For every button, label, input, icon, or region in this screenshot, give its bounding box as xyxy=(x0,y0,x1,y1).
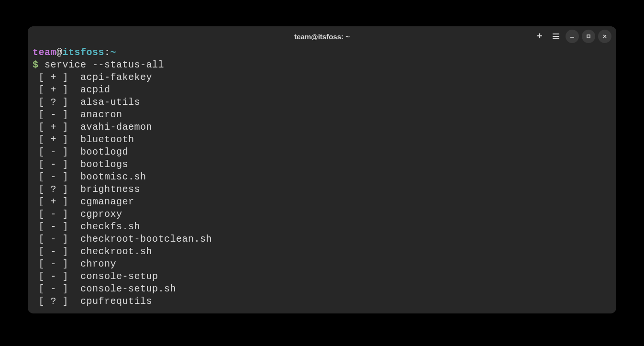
terminal-window: team@itsfoss: ~ + xyxy=(28,26,616,313)
prompt-host: itsfoss xyxy=(63,47,105,58)
service-line: [ ? ] brightness xyxy=(33,183,611,196)
window-title: team@itsfoss: ~ xyxy=(294,33,350,41)
terminal-body[interactable]: team@itsfoss:~ $ service --status-all [ … xyxy=(28,46,616,313)
service-line: [ - ] chrony xyxy=(33,258,611,270)
menu-button[interactable] xyxy=(549,30,563,43)
prompt-user: team xyxy=(33,47,56,58)
minimize-icon xyxy=(569,33,575,39)
service-line: [ - ] bootlogd xyxy=(33,146,611,158)
service-line: [ ? ] alsa-utils xyxy=(33,96,611,109)
hamburger-icon xyxy=(553,33,559,39)
prompt-dollar: $ xyxy=(33,59,44,70)
maximize-icon xyxy=(586,33,591,39)
service-line: [ + ] cgmanager xyxy=(33,196,611,208)
new-tab-button[interactable]: + xyxy=(533,30,546,43)
service-line: [ + ] acpi-fakekey xyxy=(33,71,611,84)
plus-icon: + xyxy=(537,31,543,42)
command-line: $ service --status-all xyxy=(33,59,611,71)
service-line: [ - ] cgproxy xyxy=(33,208,611,221)
service-line: [ - ] anacron xyxy=(33,109,611,121)
service-line: [ + ] acpid xyxy=(33,84,611,96)
service-line: [ - ] checkroot-bootclean.sh xyxy=(33,233,611,246)
service-line: [ - ] checkfs.sh xyxy=(33,221,611,233)
window-controls: + xyxy=(533,30,611,43)
prompt-path: ~ xyxy=(111,47,117,58)
service-line: [ - ] bootlogs xyxy=(33,158,611,171)
svg-rect-1 xyxy=(587,35,590,38)
prompt-line: team@itsfoss:~ xyxy=(33,46,611,59)
titlebar: team@itsfoss: ~ + xyxy=(28,26,616,46)
minimize-button[interactable] xyxy=(566,30,579,43)
close-button[interactable] xyxy=(598,30,611,43)
close-icon xyxy=(602,33,608,39)
prompt-at: @ xyxy=(56,47,63,58)
maximize-button[interactable] xyxy=(582,30,595,43)
service-line: [ + ] avahi-daemon xyxy=(33,121,611,134)
service-line: [ - ] bootmisc.sh xyxy=(33,171,611,183)
services-output: [ + ] acpi-fakekey [ + ] acpid [ ? ] als… xyxy=(33,71,611,308)
service-line: [ - ] checkroot.sh xyxy=(33,246,611,258)
service-line: [ + ] bluetooth xyxy=(33,134,611,146)
service-line: [ - ] console-setup.sh xyxy=(33,283,611,295)
service-line: [ ? ] cpufrequtils xyxy=(33,295,611,308)
command-text: service --status-all xyxy=(44,59,164,70)
service-line: [ - ] console-setup xyxy=(33,270,611,283)
prompt-colon: : xyxy=(104,47,111,58)
